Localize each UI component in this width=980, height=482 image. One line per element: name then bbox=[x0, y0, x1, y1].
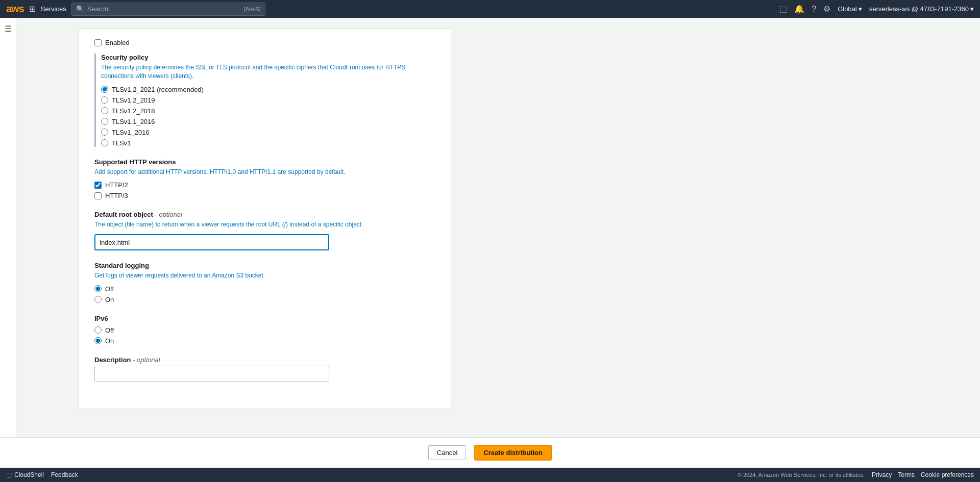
status-links: Privacy Terms Cookie preferences bbox=[872, 471, 974, 478]
enabled-label: Enabled bbox=[105, 39, 130, 46]
http2-label: HTTP/2 bbox=[105, 181, 128, 189]
tls-option-4: TLSv1_2016 bbox=[101, 129, 435, 136]
region-chevron: ▾ bbox=[859, 5, 862, 13]
logging-on-label: On bbox=[105, 296, 114, 303]
cloudshell-icon[interactable]: ⬚ bbox=[779, 4, 787, 14]
cancel-button[interactable]: Cancel bbox=[428, 445, 466, 460]
search-icon: 🔍 bbox=[76, 5, 84, 13]
http-versions-section: Supported HTTP versions Add support for … bbox=[94, 158, 435, 200]
description-label: Description bbox=[94, 356, 131, 364]
account-label: serverless-ws @ 4783-7191-2360 bbox=[869, 5, 969, 13]
account-chevron: ▾ bbox=[970, 5, 974, 13]
tls-radio-0[interactable] bbox=[101, 86, 108, 93]
status-bar: ⬚ CloudShell Feedback © 2024, Amazon Web… bbox=[0, 468, 980, 482]
create-distribution-button[interactable]: Create distribution bbox=[474, 445, 552, 461]
logging-off-label: Off bbox=[105, 285, 114, 293]
form-panel: Enabled Security policy The security pol… bbox=[79, 28, 451, 409]
standard-logging-section: Standard logging Get logs of viewer requ… bbox=[94, 262, 435, 303]
tls-radio-group: TLSv1.2_2021 (recommended) TLSv1.2_2019 … bbox=[101, 86, 435, 147]
default-root-input[interactable] bbox=[94, 234, 329, 250]
page-content: Enabled Security policy The security pol… bbox=[16, 18, 513, 437]
ipv6-on-radio[interactable] bbox=[94, 337, 102, 344]
ipv6-on-label: On bbox=[105, 337, 114, 345]
http3-label: HTTP/3 bbox=[105, 192, 128, 199]
tls-label-3: TLSv1.1_2016 bbox=[112, 118, 155, 125]
ipv6-label: IPv6 bbox=[94, 315, 435, 322]
http-versions-desc: Add support for additional HTTP versions… bbox=[94, 168, 435, 176]
cookie-preferences-link[interactable]: Cookie preferences bbox=[921, 471, 974, 478]
search-bar: 🔍 [Alt+S] bbox=[71, 3, 265, 16]
search-input[interactable] bbox=[87, 5, 241, 13]
region-selector[interactable]: Global ▾ bbox=[838, 5, 862, 13]
standard-logging-desc: Get logs of viewer requests delivered to… bbox=[94, 271, 435, 280]
sidebar-toggle[interactable]: ☰ bbox=[0, 18, 16, 437]
aws-logo[interactable]: aws bbox=[6, 3, 24, 15]
tls-option-5: TLSv1 bbox=[101, 139, 435, 147]
logging-radio-group: Off On bbox=[94, 285, 435, 303]
privacy-link[interactable]: Privacy bbox=[872, 471, 892, 478]
top-navigation: aws ⊞ Services 🔍 [Alt+S] ⬚ 🔔 ? ⚙ Global … bbox=[0, 0, 980, 18]
description-input[interactable] bbox=[94, 366, 329, 382]
default-root-optional: - optional bbox=[153, 211, 182, 218]
standard-logging-label: Standard logging bbox=[94, 262, 435, 269]
cloudshell-label: CloudShell bbox=[14, 471, 44, 478]
aws-logo-text: aws bbox=[6, 3, 24, 15]
copyright-text: © 2024, Amazon Web Services, Inc. or its… bbox=[738, 472, 865, 478]
security-policy-label: Security policy bbox=[101, 54, 435, 61]
logging-on-radio[interactable] bbox=[94, 296, 102, 303]
http3-checkbox[interactable] bbox=[94, 192, 102, 199]
cloudshell-icon: ⬚ bbox=[6, 471, 12, 478]
enabled-row: Enabled bbox=[94, 39, 435, 46]
security-policy-section: Security policy The security policy dete… bbox=[94, 54, 435, 147]
help-icon[interactable]: ? bbox=[812, 5, 816, 14]
description-section: Description - optional bbox=[94, 356, 435, 382]
account-menu[interactable]: serverless-ws @ 4783-7191-2360 ▾ bbox=[869, 5, 974, 13]
region-label: Global bbox=[838, 5, 857, 13]
security-policy-desc: The security policy determines the SSL o… bbox=[101, 63, 435, 81]
http2-checkbox[interactable] bbox=[94, 182, 102, 189]
description-optional: - optional bbox=[131, 356, 160, 364]
http-versions-label: Supported HTTP versions bbox=[94, 158, 435, 166]
tls-label-4: TLSv1_2016 bbox=[112, 129, 150, 136]
notifications-icon[interactable]: 🔔 bbox=[794, 4, 804, 14]
default-root-section: Default root object - optional The objec… bbox=[94, 211, 435, 250]
search-shortcut: [Alt+S] bbox=[244, 6, 261, 12]
http2-item: HTTP/2 bbox=[94, 181, 435, 189]
logging-off-item: Off bbox=[94, 285, 435, 293]
tls-radio-2[interactable] bbox=[101, 107, 108, 114]
enabled-checkbox[interactable] bbox=[94, 39, 102, 46]
ipv6-off-label: Off bbox=[105, 326, 114, 334]
nav-icons: ⬚ 🔔 ? ⚙ Global ▾ serverless-ws @ 4783-71… bbox=[779, 4, 974, 14]
tls-radio-1[interactable] bbox=[101, 96, 108, 104]
default-root-label: Default root object bbox=[94, 211, 153, 218]
settings-icon[interactable]: ⚙ bbox=[823, 4, 830, 14]
ipv6-section: IPv6 Off On bbox=[94, 315, 435, 345]
logging-on-item: On bbox=[94, 296, 435, 303]
tls-option-1: TLSv1.2_2019 bbox=[101, 96, 435, 104]
hamburger-icon: ☰ bbox=[5, 24, 12, 34]
tls-label-5: TLSv1 bbox=[112, 139, 131, 147]
tls-option-3: TLSv1.1_2016 bbox=[101, 118, 435, 125]
tls-radio-5[interactable] bbox=[101, 139, 108, 146]
grid-icon[interactable]: ⊞ bbox=[29, 4, 36, 14]
logging-off-radio[interactable] bbox=[94, 285, 102, 292]
tls-option-0: TLSv1.2_2021 (recommended) bbox=[101, 86, 435, 93]
footer-bar: Cancel Create distribution bbox=[0, 437, 980, 468]
cloudshell-button[interactable]: ⬚ CloudShell bbox=[6, 471, 44, 478]
ipv6-off-radio[interactable] bbox=[94, 326, 102, 334]
tls-label-0: TLSv1.2_2021 (recommended) bbox=[112, 86, 204, 93]
terms-link[interactable]: Terms bbox=[898, 471, 915, 478]
main-wrapper: ☰ Enabled Security policy The security p… bbox=[0, 18, 980, 437]
ipv6-off-item: Off bbox=[94, 326, 435, 334]
ipv6-radio-group: Off On bbox=[94, 326, 435, 345]
feedback-link[interactable]: Feedback bbox=[51, 471, 78, 478]
right-panel bbox=[513, 18, 980, 437]
http3-item: HTTP/3 bbox=[94, 192, 435, 199]
ipv6-on-item: On bbox=[94, 337, 435, 345]
http-checkbox-group: HTTP/2 HTTP/3 bbox=[94, 181, 435, 199]
default-root-desc: The object (file name) to return when a … bbox=[94, 220, 435, 229]
services-nav-link[interactable]: Services bbox=[41, 5, 66, 13]
tls-radio-4[interactable] bbox=[101, 129, 108, 136]
tls-radio-3[interactable] bbox=[101, 118, 108, 125]
tls-label-1: TLSv1.2_2019 bbox=[112, 96, 155, 104]
